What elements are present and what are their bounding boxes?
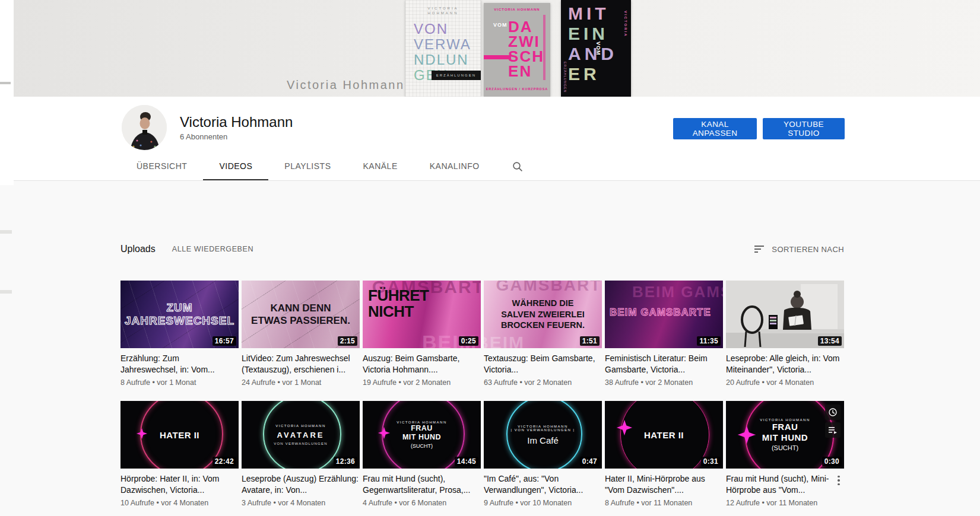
video-thumbnail[interactable]: KANN DENN ETWAS PASSIEREN. 2:15 <box>242 281 360 348</box>
banner-channel-name: Victoria Hohmann <box>287 78 405 92</box>
duration-badge: 12:36 <box>334 457 357 466</box>
tab-kanaele[interactable]: KANÄLE <box>347 152 413 181</box>
video-title[interactable]: Hörprobe: Hater II, in: Vom Dazwischen, … <box>120 473 239 496</box>
book-title-line: NDLUN <box>414 52 471 68</box>
video-thumbnail[interactable]: 13:54 <box>726 281 844 348</box>
edge-mark <box>0 230 12 234</box>
video-thumbnail[interactable]: VICTORIA HOHMANN | VON VERWANDLUNGEN | I… <box>484 401 602 469</box>
video-title[interactable]: Feministisch Literatur: Beim Gamsbarte, … <box>605 353 723 375</box>
thumbnail-text-line: BROCKEN FEUERN. <box>501 320 585 331</box>
video-title[interactable]: Leseprobe (Auszug) Erzählung: Avatare, i… <box>242 473 360 496</box>
video-thumbnail[interactable]: BEIM GAMSBARTE BEIM GAMSBARTE 11:35 <box>605 281 723 348</box>
video-title[interactable]: Auszug: Beim Gamsbarte, Victoria Hohmann… <box>363 353 481 375</box>
book-author: VICTORIA HOHMANN <box>484 8 550 11</box>
video-meta: 24 Aufrufe • vor 1 Monat <box>242 378 360 387</box>
video-card: 13:54 Leseprobe: Alle gleich, in: Vom Mi… <box>726 281 844 387</box>
thumbnail-text-line: (SUCHT) <box>411 443 433 449</box>
video-meta: 10 Aufrufe • vor 4 Monaten <box>120 499 239 507</box>
video-title[interactable]: Erzählung: Zum Jahreswechsel, in: Vom... <box>120 353 239 375</box>
thumbnail-text-line: ZUM JAHRESWECHSEL <box>120 301 239 327</box>
video-grid: ZUM JAHRESWECHSEL 16:57 Erzählung: Zum J… <box>120 281 844 507</box>
cover-accent-line <box>543 15 545 80</box>
video-card: VICTORIA HOHMANN FRAU MIT HUND (SUCHT) <box>726 401 844 507</box>
video-title[interactable]: LitVideo: Zum Jahreswechsel (Textauszug)… <box>242 353 360 375</box>
book-author: VICTORIA HOHMANN <box>405 6 481 15</box>
playlist-add-icon <box>828 425 838 435</box>
banner-book-cover-vom-miteinander: MIT EIN AND ER VICTORIA VOM ERZÄHLUNGEN <box>561 0 631 97</box>
subscriber-count: 6 Abonnenten <box>180 132 227 141</box>
sort-label: SORTIEREN NACH <box>772 245 844 254</box>
thumbnail-text-line: ETWAS PASSIEREN. <box>251 314 350 327</box>
avatar-portrait <box>122 105 167 150</box>
duration-badge: 2:15 <box>338 336 357 346</box>
youtube-channel-page: Victoria Hohmann VICTORIA HOHMANN VON VE… <box>0 0 980 516</box>
book-title-line: VERWA <box>414 37 471 52</box>
video-thumbnail[interactable]: GAMSBARTE BEIM FÜHRET NICHT 0:25 <box>363 281 481 348</box>
search-icon <box>512 161 523 172</box>
sort-button[interactable]: SORTIEREN NACH <box>754 245 844 254</box>
watch-later-icon[interactable] <box>825 404 841 420</box>
book-title-prefix: VOM <box>595 42 601 56</box>
add-to-queue-icon[interactable] <box>825 422 841 438</box>
video-card: HATER II 0:31 Hater II, Mini-Hörprobe au… <box>605 401 723 507</box>
customize-channel-button[interactable]: KANAL ANPASSEN <box>673 118 757 139</box>
video-meta: 8 Aufrufe • vor 1 Monat <box>120 378 239 387</box>
channel-search-icon[interactable] <box>504 152 531 181</box>
clock-icon <box>828 407 838 417</box>
book-title: MIT EIN AND ER <box>568 4 617 84</box>
duration-badge: 0:31 <box>701 457 721 466</box>
video-title[interactable]: Hater II, Mini-Hörprobe aus "Vom Dazwisc… <box>605 473 723 496</box>
video-thumbnail[interactable]: HATER II 0:31 <box>605 401 723 469</box>
video-menu-button[interactable] <box>833 473 844 488</box>
tab-videos[interactable]: VIDEOS <box>203 152 268 181</box>
duration-badge: 13:54 <box>818 336 842 346</box>
thumbnail-text-line: | VON VERWANDLUNGEN | <box>511 428 575 432</box>
thumbnail-text-line: BEIM GAMSBARTE <box>610 307 711 318</box>
video-title[interactable]: Frau mit Hund (sucht), Gegenwartsliterat… <box>363 473 481 496</box>
duration-badge: 14:45 <box>455 457 478 466</box>
video-thumbnail[interactable]: GAMSBARTE BEIM WÄHREND DIE SALVEN ZWEIER… <box>484 281 602 348</box>
video-title[interactable]: Frau mit Hund (sucht), Mini-Hörprobe aus… <box>726 473 832 496</box>
tab-uebersicht[interactable]: ÜBERSICHT <box>120 152 203 181</box>
tab-playlists[interactable]: PLAYLISTS <box>268 152 347 181</box>
uploads-header: Uploads ALLE WIEDERGEBEN SORTIEREN NACH <box>120 240 844 258</box>
video-thumbnail[interactable]: VICTORIA HOHMANN FRAU MIT HUND (SUCHT) <box>726 401 844 469</box>
video-title[interactable]: "Im Café", aus: "Von Verwandlungen", Vic… <box>484 473 602 496</box>
channel-name: Victoria Hohmann <box>180 114 293 130</box>
video-thumbnail[interactable]: HATER II 22:42 <box>120 401 239 469</box>
play-all-link[interactable]: ALLE WIEDERGEBEN <box>172 245 253 253</box>
video-meta: 3 Aufrufe • vor 4 Monaten <box>242 499 360 507</box>
thumbnail-text-line: NICHT <box>368 304 429 320</box>
video-title[interactable]: Leseprobe: Alle gleich, in: Vom Miteinan… <box>726 353 844 375</box>
video-meta: 8 Aufrufe • vor 11 Monaten <box>605 499 723 507</box>
sort-icon <box>754 245 766 253</box>
video-title[interactable]: Textauszug: Beim Gamsbarte, Victoria... <box>484 353 602 375</box>
book-title-line: EIN <box>568 24 617 44</box>
book-title: DA ZWI SCH EN <box>508 20 544 79</box>
video-thumbnail[interactable]: ZUM JAHRESWECHSEL 16:57 <box>120 281 239 348</box>
video-meta: 19 Aufrufe • vor 2 Monaten <box>363 378 481 387</box>
kebab-icon <box>838 476 840 478</box>
book-author: VICTORIA <box>624 11 627 37</box>
kebab-icon <box>838 479 840 482</box>
tab-kanalinfo[interactable]: KANALINFO <box>414 152 496 181</box>
thumbnail-text-line: Im Café <box>527 435 559 445</box>
thumbnail-text-line: HATER II <box>644 430 684 440</box>
video-thumbnail[interactable]: VICTORIA HOHMANN AVATARE VON VERWANDLUNG… <box>242 401 360 469</box>
video-meta: 63 Aufrufe • vor 2 Monaten <box>484 378 602 387</box>
edge-mark <box>0 82 11 84</box>
duration-badge: 11:35 <box>697 336 721 346</box>
book-title-line: EN <box>508 64 544 79</box>
video-thumbnail[interactable]: VICTORIA HOHMANN FRAU MIT HUND (SUCHT) 1… <box>363 401 481 469</box>
youtube-studio-button[interactable]: YOUTUBE STUDIO <box>763 118 845 139</box>
video-meta: 38 Aufrufe • vor 2 Monaten <box>605 378 723 387</box>
video-card: VICTORIA HOHMANN | VON VERWANDLUNGEN | I… <box>484 401 602 507</box>
thumbnail-text-line: (SUCHT) <box>772 444 798 451</box>
thumbnail-text-line: HATER II <box>160 430 199 440</box>
book-title-line: MIT <box>568 4 617 24</box>
thumbnail-text-line: WÄHREND DIE <box>512 298 574 309</box>
video-card: KANN DENN ETWAS PASSIEREN. 2:15 LitVideo… <box>242 281 360 387</box>
book-genre-tag: ERZÄHLUNGEN <box>563 62 567 93</box>
video-card: VICTORIA HOHMANN FRAU MIT HUND (SUCHT) 1… <box>363 401 481 507</box>
video-card: VICTORIA HOHMANN AVATARE VON VERWANDLUNG… <box>242 401 360 507</box>
